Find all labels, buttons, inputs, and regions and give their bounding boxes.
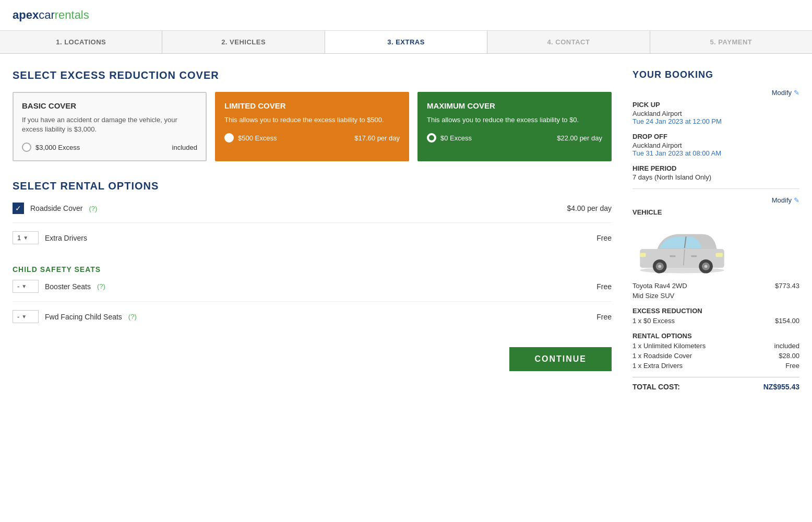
child-safety-section: CHILD SAFETY SEATS - ▼ Booster Seats (?)… [13, 265, 612, 331]
dropoff-datetime: Tue 31 Jan 2023 at 08:00 AM [632, 149, 799, 157]
extra-drivers-label: Extra Drivers [45, 234, 87, 242]
roadside-row: ✓ Roadside Cover (?) $4.00 per day [13, 203, 612, 223]
step-contact[interactable]: 4. CONTACT [487, 31, 650, 53]
fwd-facing-help[interactable]: (?) [128, 313, 137, 321]
svg-rect-13 [691, 255, 697, 257]
left-panel: SELECT EXCESS REDUCTION COVER BASIC COVE… [13, 69, 612, 391]
extra-drivers-price: Free [596, 234, 612, 242]
limited-price: $17.60 per day [354, 134, 400, 142]
header: apex car rentals [0, 0, 812, 31]
dropoff-label: DROP OFF [632, 133, 799, 140]
limited-cover-title: LIMITED COVER [224, 101, 400, 110]
svg-rect-12 [670, 255, 675, 257]
hire-period-value: 7 days (North Island Only) [632, 173, 799, 181]
child-safety-title: CHILD SAFETY SEATS [13, 265, 612, 274]
continue-button[interactable]: CONTINUE [509, 347, 612, 371]
roadside-label: Roadside Cover [30, 204, 82, 212]
maximum-cover-card[interactable]: MAXIMUM COVER This allows you to reduce … [417, 92, 612, 161]
booster-select[interactable]: - ▼ [13, 280, 39, 293]
fwd-facing-price: Free [596, 313, 612, 321]
excess-reduction-row: 1 x $0 Excess $154.00 [632, 317, 799, 325]
maximum-cover-option: $0 Excess $22.00 per day [427, 133, 602, 143]
pencil-icon-top: ✎ [794, 89, 799, 97]
pickup-label: PICK UP [632, 101, 799, 109]
modify-link-top[interactable]: Modify ✎ [632, 89, 799, 97]
excess-reduction-item: 1 x $0 Excess [632, 317, 675, 325]
modify-link-vehicle[interactable]: Modify ✎ [632, 196, 799, 204]
pickup-location: Auckland Airport [632, 110, 799, 117]
extra-drivers-arrow: ▼ [23, 235, 28, 241]
rental-item-0-row: 1 x Unlimited Kilometers included [632, 342, 799, 350]
extra-drivers-row: 1 ▼ Extra Drivers Free [13, 231, 612, 253]
maximum-cover-title: MAXIMUM COVER [427, 101, 602, 110]
rental-options-booking-header: RENTAL OPTIONS [632, 332, 799, 340]
booster-price: Free [596, 282, 612, 291]
logo-apex: apex [13, 8, 39, 22]
maximum-radio[interactable] [427, 133, 436, 143]
dropoff-section: DROP OFF Auckland Airport Tue 31 Jan 202… [632, 133, 799, 157]
booster-help[interactable]: (?) [97, 282, 105, 290]
svg-rect-9 [716, 253, 723, 257]
logo: apex car rentals [13, 8, 799, 22]
pickup-section: PICK UP Auckland Airport Tue 24 Jan 2023… [632, 101, 799, 125]
pickup-datetime: Tue 24 Jan 2023 at 12:00 PM [632, 117, 799, 125]
booster-value: - [17, 282, 19, 290]
rental-item-2-price: Free [785, 362, 799, 370]
pencil-icon-vehicle: ✎ [794, 196, 799, 204]
rental-options-booking-section: RENTAL OPTIONS 1 x Unlimited Kilometers … [632, 332, 799, 370]
basic-cover-card[interactable]: BASIC COVER If you have an accident or d… [13, 92, 207, 161]
rental-item-1-price: $28.00 [779, 352, 799, 360]
divider-1 [632, 188, 799, 189]
vehicle-section: VEHICLE [632, 208, 799, 300]
vehicle-name: Toyota Rav4 2WD [632, 282, 687, 290]
fwd-facing-value: - [17, 313, 19, 321]
cover-section-title: SELECT EXCESS REDUCTION COVER [13, 69, 612, 81]
roadside-help[interactable]: (?) [89, 205, 97, 212]
total-value: NZ$955.43 [763, 383, 799, 391]
svg-point-5 [658, 265, 661, 268]
rental-item-2-row: 1 x Extra Drivers Free [632, 362, 799, 370]
extra-drivers-select[interactable]: 1 ▼ [13, 231, 39, 244]
excess-reduction-price: $154.00 [775, 317, 799, 325]
maximum-price: $22.00 per day [557, 134, 602, 142]
roadside-checkbox[interactable]: ✓ [13, 203, 24, 214]
rental-item-2-label: 1 x Extra Drivers [632, 362, 683, 370]
dropoff-location: Auckland Airport [632, 141, 799, 149]
limited-cover-desc: This allows you to reduce the excess lia… [224, 115, 400, 125]
step-vehicles[interactable]: 2. VEHICLES [162, 31, 325, 53]
limited-excess-label: $500 Excess [238, 134, 277, 142]
step-payment[interactable]: 5. PAYMENT [650, 31, 812, 53]
roadside-price: $4.00 per day [567, 204, 612, 212]
basic-cover-desc: If you have an accident or damage the ve… [22, 115, 197, 134]
rental-options-section: SELECT RENTAL OPTIONS ✓ Roadside Cover (… [13, 180, 612, 253]
right-panel: YOUR BOOKING Modify ✎ PICK UP Auckland A… [632, 69, 799, 391]
progress-steps: 1. LOCATIONS 2. VEHICLES 3. EXTRAS 4. CO… [0, 31, 812, 54]
svg-rect-10 [640, 253, 646, 257]
booster-arrow: ▼ [21, 283, 27, 289]
total-row: TOTAL COST: NZ$955.43 [632, 377, 799, 391]
rental-item-1-row: 1 x Roadside Cover $28.00 [632, 352, 799, 360]
main-content: SELECT EXCESS REDUCTION COVER BASIC COVE… [0, 54, 812, 407]
modify-label-vehicle: Modify [772, 196, 792, 204]
booking-title: YOUR BOOKING [632, 69, 799, 80]
vehicle-price: $773.43 [775, 282, 799, 290]
fwd-facing-select[interactable]: - ▼ [13, 310, 39, 323]
extra-drivers-value: 1 [17, 234, 21, 242]
basic-cover-option: $3,000 Excess included [22, 143, 197, 152]
rental-item-0-price: included [774, 342, 799, 350]
excess-reduction-header: EXCESS REDUCTION [632, 307, 799, 315]
basic-radio[interactable] [22, 143, 31, 152]
step-locations[interactable]: 1. LOCATIONS [0, 31, 162, 53]
basic-price: included [172, 144, 197, 151]
limited-cover-card[interactable]: LIMITED COVER This allows you to reduce … [215, 92, 409, 161]
basic-cover-title: BASIC COVER [22, 101, 197, 110]
booster-label: Booster Seats [45, 282, 91, 291]
svg-point-8 [704, 265, 708, 268]
limited-radio[interactable] [224, 133, 234, 143]
rental-section-title: SELECT RENTAL OPTIONS [13, 180, 612, 192]
rental-item-0-label: 1 x Unlimited Kilometers [632, 342, 706, 350]
step-extras[interactable]: 3. EXTRAS [325, 31, 487, 53]
maximum-excess-label: $0 Excess [440, 134, 472, 142]
excess-reduction-section: EXCESS REDUCTION 1 x $0 Excess $154.00 [632, 307, 799, 325]
logo-rentals: rentals [55, 8, 89, 22]
